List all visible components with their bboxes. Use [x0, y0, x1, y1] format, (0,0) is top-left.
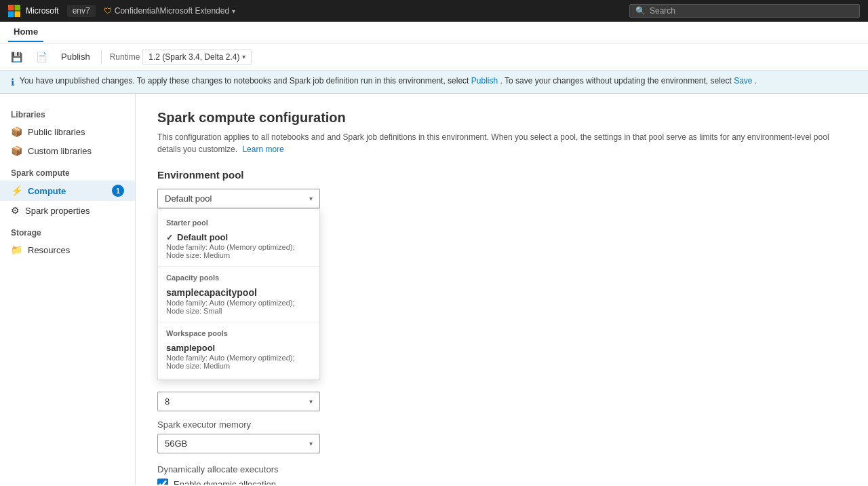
custom-libraries-icon: 📦 — [11, 145, 22, 156]
banner-text-start: You have unpublished changes. To apply t… — [20, 76, 471, 86]
sidebar-item-spark-properties-label: Spark properties — [25, 206, 90, 216]
info-icon: ℹ — [11, 77, 14, 88]
banner-text-mid: . To save your changes without updating … — [500, 76, 734, 86]
ms-logo-icon — [8, 5, 20, 17]
sidebar-item-compute[interactable]: ⚡ Compute 1 — [0, 181, 135, 201]
sidebar-item-compute-label: Compute — [28, 186, 66, 196]
dropdown-divider-2 — [158, 322, 319, 322]
sidebar-storage-title: Storage — [0, 225, 135, 240]
dropdown-group-workspace: Workspace pools — [158, 325, 319, 339]
dropdown-group-starter: Starter pool — [158, 214, 319, 228]
sidebar-item-resources[interactable]: 📁 Resources — [0, 240, 135, 259]
sidebar-item-public-libraries-label: Public libraries — [28, 127, 85, 137]
content-area: Spark compute configuration This configu… — [136, 94, 868, 485]
dropdown-group-capacity: Capacity pools — [158, 269, 319, 283]
sidebar-item-custom-libraries[interactable]: 📦 Custom libraries — [0, 141, 135, 160]
env-tag[interactable]: env7 — [67, 5, 96, 17]
chevron-down-icon: ▾ — [309, 195, 313, 202]
nav-home[interactable]: Home — [8, 22, 43, 42]
default-pool-name: Default pool — [177, 232, 228, 242]
pool-dropdown-value: Default pool — [165, 193, 212, 204]
toolbar: 💾 📄 Publish Runtime 1.2 (Spark 3.4, Delt… — [0, 43, 868, 71]
search-input[interactable] — [650, 6, 854, 16]
publish-label: Publish — [61, 52, 90, 62]
svg-rect-0 — [8, 5, 14, 11]
compute-icon: ⚡ — [11, 185, 22, 196]
default-pool-desc: Node family: Auto (Memory optimized); No… — [166, 243, 311, 259]
save-button[interactable]: 💾 — [5, 49, 28, 65]
node-count-value: 8 — [165, 396, 170, 407]
svg-rect-1 — [15, 5, 21, 11]
main-layout: Libraries 📦 Public libraries 📦 Custom li… — [0, 94, 868, 485]
ms-logo-text: Microsoft — [26, 6, 59, 16]
sidebar-libraries-title: Libraries — [0, 107, 135, 122]
samplepool-desc: Node family: Auto (Memory optimized); No… — [166, 354, 311, 370]
svg-rect-2 — [8, 12, 14, 18]
publish-button[interactable]: Publish — [56, 49, 96, 64]
resources-icon: 📁 — [11, 244, 22, 255]
dropdown-item-samplecapacitypool[interactable]: samplecapacitypool Node family: Auto (Me… — [158, 283, 319, 319]
confidential-label: 🛡 Confidential\Microsoft Extended ▾ — [104, 6, 235, 16]
spark-properties-icon: ⚙ — [11, 205, 20, 216]
executor-memory-dropdown[interactable]: 56GB ▾ — [157, 434, 320, 453]
microsoft-logo: Microsoft — [8, 5, 59, 17]
dynamic-allocation-title: Dynamically allocate executors — [157, 464, 846, 474]
banner-save-link[interactable]: Save — [734, 76, 752, 86]
sidebar-item-spark-properties[interactable]: ⚙ Spark properties — [0, 201, 135, 220]
capacity-pool-desc: Node family: Auto (Memory optimized); No… — [166, 299, 311, 315]
dynamic-allocation-checkbox[interactable] — [157, 479, 168, 485]
banner-text-end: . — [755, 76, 757, 86]
banner-publish-link[interactable]: Publish — [471, 76, 498, 86]
dynamic-allocation-checkbox-row: Enable dynamic allocation — [157, 479, 846, 485]
dropdown-divider-1 — [158, 266, 319, 267]
executor-memory-value: 56GB — [165, 438, 187, 449]
executor-memory-group: Spark executor memory 56GB ▾ — [157, 419, 846, 453]
environment-pool-title: Environment pool — [157, 169, 846, 181]
search-bar[interactable]: 🔍 — [629, 4, 860, 18]
nav-bar: Home — [0, 22, 868, 43]
sidebar-spark-compute-title: Spark compute — [0, 166, 135, 181]
learn-more-link[interactable]: Learn more — [242, 145, 283, 154]
chevron-down-icon: ▾ — [309, 398, 313, 405]
executor-memory-label: Spark executor memory — [157, 419, 846, 430]
enable-dynamic-label: Enable dynamic allocation — [174, 479, 276, 485]
runtime-dropdown[interactable]: 1.2 (Spark 3.4, Delta 2.4) ▾ — [142, 50, 252, 64]
page-description: This configuration applies to all notebo… — [157, 131, 846, 155]
chevron-down-icon[interactable]: ▾ — [232, 7, 235, 15]
pool-dropdown-menu: Starter pool ✓ Default pool Node family:… — [157, 208, 320, 380]
top-bar: Microsoft env7 🛡 Confidential\Microsoft … — [0, 0, 868, 22]
samplepool-name: samplepool — [166, 343, 215, 353]
dynamic-allocation-group: Dynamically allocate executors Enable dy… — [157, 464, 846, 485]
check-icon: ✓ — [166, 233, 173, 242]
runtime-label: Runtime — [110, 52, 140, 62]
sidebar-item-public-libraries[interactable]: 📦 Public libraries — [0, 122, 135, 141]
sidebar: Libraries 📦 Public libraries 📦 Custom li… — [0, 94, 136, 485]
shield-icon: 🛡 — [104, 6, 112, 16]
node-count-row: 8 ▾ — [157, 392, 846, 411]
page-title: Spark compute configuration — [157, 110, 846, 126]
dropdown-item-default-pool[interactable]: ✓ Default pool Node family: Auto (Memory… — [158, 228, 319, 263]
search-icon: 🔍 — [635, 6, 646, 16]
sidebar-item-custom-libraries-label: Custom libraries — [28, 146, 92, 156]
svg-rect-3 — [15, 12, 21, 18]
env-label: env7 — [73, 6, 90, 16]
node-count-dropdown: 8 ▾ — [157, 392, 320, 411]
compute-badge: 1 — [112, 185, 124, 197]
runtime-version-label: 1.2 (Spark 3.4, Delta 2.4) — [149, 52, 239, 62]
info-banner: ℹ You have unpublished changes. To apply… — [0, 71, 868, 94]
capacity-pool-name: samplecapacitypool — [166, 287, 257, 298]
pool-dropdown-wrapper: Default pool ▾ Starter pool ✓ Default po… — [157, 189, 320, 208]
public-libraries-icon: 📦 — [11, 126, 22, 137]
sidebar-item-resources-label: Resources — [28, 245, 70, 255]
file-button[interactable]: 📄 — [31, 49, 53, 65]
dropdown-item-samplepool[interactable]: samplepool Node family: Auto (Memory opt… — [158, 339, 319, 374]
save-icon: 💾 — [11, 52, 22, 62]
node-count-select[interactable]: 8 ▾ — [157, 392, 320, 411]
pool-dropdown[interactable]: Default pool ▾ — [157, 189, 320, 208]
file-icon: 📄 — [36, 52, 47, 62]
toolbar-divider — [101, 50, 102, 64]
chevron-down-icon: ▾ — [242, 53, 245, 60]
chevron-down-icon: ▾ — [309, 440, 313, 447]
